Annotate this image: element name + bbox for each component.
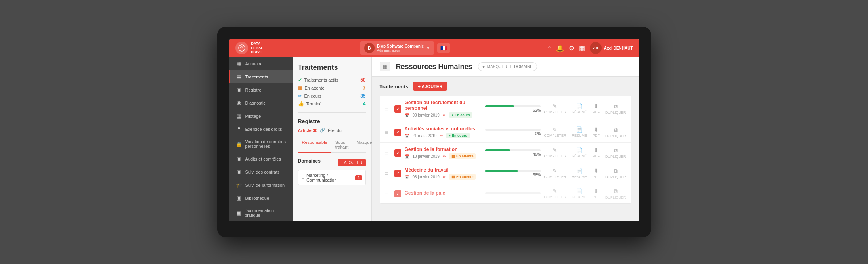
eye-icon: ● [482, 64, 485, 69]
domains-title: Domaines [298, 158, 321, 164]
edit-small-icon: ✏ [443, 175, 446, 179]
row-title[interactable]: Médecine du travail [405, 167, 482, 173]
duplicate-action[interactable]: ⧉ DUPLIQUER [605, 147, 626, 159]
table-row: ≡ ✓ Gestion de la formation 📅 18 janvier… [380, 143, 631, 163]
domain-name: Marketing / Communication [306, 173, 355, 182]
row-checkbox[interactable]: ✓ [394, 190, 401, 197]
sidebar-item-documentation[interactable]: ▣ Documentation pratique [229, 205, 293, 221]
status-badge: ▦ En attente [449, 174, 476, 180]
drag-icon: ≡ [302, 175, 304, 180]
page-title: Ressources Humaines [396, 63, 472, 71]
masquer-button[interactable]: ● MASQUER LE DOMAINE [478, 62, 537, 71]
violation-icon: 🔒 [236, 141, 242, 147]
bell-icon[interactable]: 🔔 [556, 44, 564, 52]
tab-sous-traitant[interactable]: Sous-traitant [331, 138, 353, 153]
edit-small-icon: ✏ [443, 154, 446, 159]
right-header: ▦ Ressources Humaines ● MASQUER LE DOMAI… [372, 57, 639, 77]
company-avatar: B [364, 43, 375, 53]
pdf-action[interactable]: ⬇ PDF [593, 147, 600, 159]
pdf-action[interactable]: ⬇ PDF [593, 188, 600, 199]
drag-handle-icon: ≡ [385, 150, 391, 156]
stat-row-attente: ▦ En attente 7 [298, 85, 366, 91]
resume-action[interactable]: 📄 RÉSUMÉ [572, 103, 587, 115]
chevron-down-icon: ▼ [426, 46, 430, 50]
resume-action[interactable]: 📄 RÉSUMÉ [572, 126, 587, 138]
row-checkbox[interactable]: ✓ [394, 149, 401, 157]
row-checkbox[interactable]: ✓ [394, 129, 401, 136]
etendu-text: Étendu [328, 128, 342, 133]
row-actions: ✎ COMPLÉTER 📄 RÉSUMÉ ⬇ PDF [544, 188, 626, 199]
row-actions: ✎ COMPLÉTER 📄 RÉSUMÉ ⬇ PDF [544, 168, 626, 179]
row-title[interactable]: Gestion du recrutement du personnel [405, 100, 482, 111]
drag-handle-icon: ≡ [385, 191, 391, 197]
resume-action[interactable]: 📄 RÉSUMÉ [572, 168, 587, 179]
resume-action[interactable]: 📄 RÉSUMÉ [572, 147, 587, 159]
sidebar-item-pilotage[interactable]: ▦ Pilotage [229, 109, 293, 122]
pdf-action[interactable]: ⬇ PDF [593, 126, 600, 138]
home-icon[interactable]: ⌂ [547, 44, 551, 52]
complete-icon: ✎ [553, 147, 557, 153]
duplicate-action[interactable]: ⧉ DUPLIQUER [605, 168, 626, 179]
svg-point-0 [239, 45, 245, 51]
duplicate-icon: ⧉ [614, 168, 618, 174]
calendar-icon: 📅 [405, 154, 409, 159]
row-checkbox[interactable]: ✓ [394, 170, 401, 177]
row-title[interactable]: Gestion de la paie [405, 190, 482, 196]
sidebar-item-audits[interactable]: ▣ Audits et contrôles [229, 152, 293, 165]
article-badge: Article 30 🔗 Étendu [298, 128, 366, 133]
pdf-action[interactable]: ⬇ PDF [593, 168, 600, 179]
sidebar-item-formation[interactable]: 🎓 Suivi de la formation [229, 178, 293, 191]
sidebar-item-exercice[interactable]: ❝ Exercice des droits [229, 122, 293, 136]
sidebar-item-diagnostic[interactable]: ◉ Diagnostic [229, 96, 293, 109]
complete-action[interactable]: ✎ COMPLÉTER [544, 126, 566, 138]
audits-icon: ▣ [236, 156, 242, 162]
drag-handle-icon: ≡ [385, 106, 391, 112]
language-button[interactable]: 🇫🇷 [437, 43, 450, 53]
resume-icon: 📄 [576, 126, 583, 133]
sidebar-item-registre[interactable]: ▣ Registre [229, 83, 293, 96]
article-text: Article 30 [298, 128, 318, 133]
add-domain-button[interactable]: + AJOUTER [338, 159, 366, 166]
treatments-header: Traitements + AJOUTER [380, 82, 631, 91]
sidebar: ▦ Annuaire ▤ Traitements ▣ Registre ◉ Di… [229, 57, 293, 221]
gear-icon[interactable]: ⚙ [569, 44, 574, 52]
duplicate-icon: ⧉ [614, 103, 618, 110]
sidebar-item-traitements[interactable]: ▤ Traitements [229, 70, 293, 83]
pdf-action[interactable]: ⬇ PDF [593, 103, 600, 115]
progress-pct: 52% [485, 108, 541, 113]
company-button[interactable]: B Blop Software Companie Administrateur … [360, 41, 434, 55]
sidebar-item-bibliotheque[interactable]: ▣ Bibliothèque [229, 191, 293, 205]
duplicate-action[interactable]: ⧉ DUPLIQUER [605, 188, 626, 199]
grid-view-button[interactable]: ▦ [380, 62, 390, 71]
link-icon: 🔗 [320, 128, 325, 133]
registre-title: Registre [298, 118, 366, 124]
resume-action[interactable]: 📄 RÉSUMÉ [572, 188, 587, 199]
pdf-icon: ⬇ [594, 188, 598, 194]
chart-icon[interactable]: ▦ [579, 44, 585, 52]
company-info: Blop Software Companie Administrateur [377, 44, 424, 52]
left-panel: Traitements ✔ Traitements actifs 50 ▦ En… [293, 57, 372, 221]
complete-action[interactable]: ✎ COMPLÉTER [544, 168, 566, 179]
table-row: ≡ ✓ Gestion de la paie [380, 184, 631, 203]
complete-icon: ✎ [553, 103, 557, 109]
calendar-icon: 📅 [405, 113, 409, 117]
sidebar-item-annuaire[interactable]: ▦ Annuaire [229, 57, 293, 70]
row-title[interactable]: Gestion de la formation [405, 147, 482, 152]
domain-row-marketing[interactable]: ≡ Marketing / Communication 4 [298, 170, 366, 185]
complete-action[interactable]: ✎ COMPLÉTER [544, 147, 566, 159]
sidebar-item-violation[interactable]: 🔒 Violation de données personnelles [229, 136, 293, 152]
registre-icon: ▣ [236, 87, 242, 93]
row-checkbox[interactable]: ✓ [394, 105, 401, 113]
duplicate-action[interactable]: ⧉ DUPLIQUER [605, 103, 626, 115]
treatments-section: Traitements + AJOUTER ≡ ✓ Gestion du rec… [372, 77, 639, 209]
stat-row-termine: 👍 Terminé 4 [298, 101, 366, 107]
sidebar-item-contrats[interactable]: ▣ Suivi des contrats [229, 165, 293, 178]
pdf-icon: ⬇ [594, 147, 598, 153]
tab-responsable[interactable]: Responsable [298, 138, 331, 153]
row-date: 08 janvier 2019 [413, 175, 440, 179]
complete-action[interactable]: ✎ COMPLÉTER [544, 103, 566, 115]
row-title[interactable]: Activités sociales et culturelles [405, 126, 482, 132]
add-treatment-button[interactable]: + AJOUTER [413, 82, 447, 91]
duplicate-action[interactable]: ⧉ DUPLIQUER [605, 126, 626, 138]
complete-action[interactable]: ✎ COMPLÉTER [544, 188, 566, 199]
